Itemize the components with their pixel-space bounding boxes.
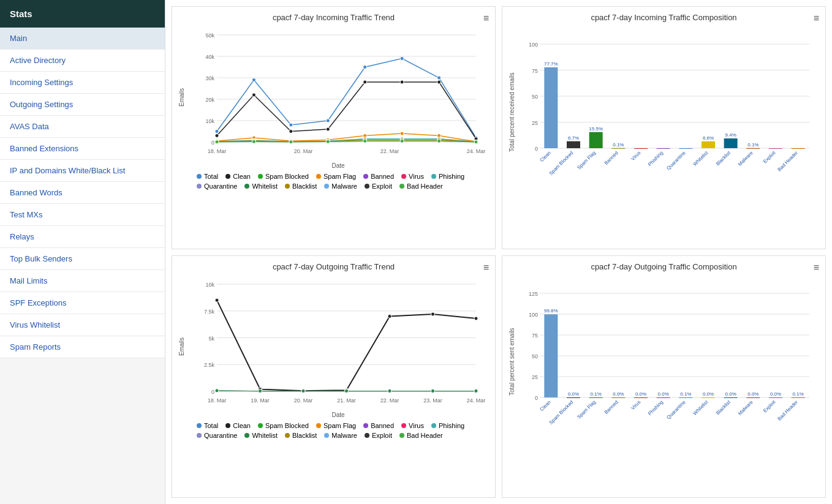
sidebar-item-spam-reports[interactable]: Spam Reports (0, 336, 165, 358)
sidebar-item-incoming-settings[interactable]: Incoming Settings (0, 72, 165, 94)
svg-point-59 (326, 140, 330, 143)
svg-text:50: 50 (532, 353, 538, 359)
svg-text:0.0%: 0.0% (658, 391, 669, 397)
legend-virus: Virus (401, 173, 424, 180)
sidebar-item-spf-exceptions[interactable]: SPF Exceptions (0, 292, 165, 314)
sidebar-item-banned-extensions[interactable]: Banned Extensions (0, 138, 165, 160)
legend-blacklist: Blacklist (285, 182, 317, 190)
svg-point-26 (289, 130, 293, 134)
svg-text:0.0%: 0.0% (725, 391, 736, 397)
svg-text:22. Mar: 22. Mar (380, 148, 399, 154)
outgoing-trend-chart: 02.5k5k7.5k10k18. Mar19. Mar20. Mar21. M… (187, 275, 489, 418)
svg-point-21 (400, 57, 404, 61)
svg-text:77.7%: 77.7% (544, 61, 558, 67)
svg-rect-98 (746, 148, 760, 149)
sidebar-item-main[interactable]: Main (0, 28, 165, 50)
out-legend-spamblocked: Spam Blocked (258, 422, 309, 429)
legend-clean: Clean (225, 173, 251, 180)
svg-rect-95 (724, 138, 738, 148)
svg-text:24. Mar: 24. Mar (467, 397, 486, 404)
svg-point-37 (400, 132, 404, 135)
legend-banned: Banned (363, 173, 394, 180)
svg-rect-74 (544, 67, 558, 148)
incoming-trend-ylabel: Emails (178, 26, 185, 169)
svg-text:7.5k: 7.5k (204, 308, 215, 314)
sidebar-item-banned-words[interactable]: Banned Words (0, 182, 165, 204)
svg-text:50: 50 (532, 94, 538, 100)
svg-text:Whitelist: Whitelist (692, 399, 709, 416)
svg-rect-190 (702, 397, 715, 398)
svg-rect-101 (769, 148, 782, 149)
svg-rect-184 (657, 397, 670, 398)
outgoing-trend-menu[interactable]: ≡ (483, 262, 489, 273)
svg-point-150 (215, 388, 219, 392)
out-legend-exploit: Exploit (365, 432, 392, 439)
out-legend-whitelist: Whitelist (244, 432, 278, 439)
svg-point-28 (363, 80, 367, 84)
incoming-trend-panel: cpacf 7-day Incoming Traffic Trend ≡ Ema… (172, 6, 496, 249)
out-legend-banned: Banned (363, 422, 394, 429)
incoming-composition-menu[interactable]: ≡ (814, 13, 819, 24)
svg-text:Banned: Banned (603, 399, 619, 415)
svg-point-25 (252, 93, 255, 97)
svg-point-126 (388, 314, 391, 318)
svg-rect-88 (657, 148, 670, 149)
sidebar-item-virus-whitelist[interactable]: Virus Whitelist (0, 314, 165, 336)
svg-text:0: 0 (211, 140, 214, 146)
sidebar-item-top-bulk-senders[interactable]: Top Bulk Senders (0, 248, 165, 270)
sidebar-item-active-directory[interactable]: Active Directory (0, 50, 165, 72)
svg-text:2.5k: 2.5k (204, 362, 215, 368)
svg-text:18. Mar: 18. Mar (208, 397, 227, 404)
svg-text:22. Mar: 22. Mar (380, 397, 399, 404)
sidebar-item-relays[interactable]: Relays (0, 226, 165, 248)
sidebar-item-test-mxs[interactable]: Test MXs (0, 204, 165, 226)
svg-text:40k: 40k (205, 54, 214, 60)
svg-text:0.0%: 0.0% (770, 391, 781, 397)
sidebar-title: Stats (0, 0, 165, 28)
svg-text:75: 75 (532, 333, 538, 339)
incoming-trend-menu[interactable]: ≡ (483, 13, 489, 24)
svg-text:21. Mar: 21. Mar (337, 397, 356, 404)
legend-malware: Malware (324, 182, 357, 190)
svg-point-152 (301, 389, 305, 393)
svg-text:125: 125 (529, 291, 538, 297)
outgoing-composition-menu[interactable]: ≡ (814, 262, 819, 273)
svg-text:Virus: Virus (630, 150, 641, 162)
incoming-composition-chart: 025507510077.7%Clean6.7%Spam Blocked15.5… (518, 26, 819, 199)
main-content: cpacf 7-day Incoming Traffic Trend ≡ Ema… (165, 0, 832, 504)
svg-rect-103 (792, 148, 805, 149)
outgoing-composition-chart: 025507510012599.8%Clean0.0%Spam Blocked0… (518, 275, 819, 448)
svg-text:0.0%: 0.0% (747, 391, 758, 397)
svg-rect-86 (634, 148, 648, 149)
svg-rect-80 (589, 132, 603, 148)
svg-text:Blacklist: Blacklist (715, 399, 732, 416)
svg-text:Phishing: Phishing (647, 150, 664, 167)
outgoing-trend-title: cpacf 7-day Outgoing Traffic Trend (178, 262, 489, 271)
sidebar-item-outgoing-settings[interactable]: Outgoing Settings (0, 94, 165, 116)
sidebar-item-mail-limits[interactable]: Mail Limits (0, 270, 165, 292)
svg-text:Spam Blocked: Spam Blocked (548, 399, 575, 426)
legend-spamflag: Spam Flag (316, 173, 356, 180)
outgoing-trend-legend: Total Clean Spam Blocked Spam Flag Banne… (178, 422, 489, 439)
outgoing-composition-ylabel: Total percent sent emails (509, 275, 515, 448)
svg-rect-196 (746, 397, 760, 398)
svg-text:Exploit: Exploit (762, 399, 777, 413)
outgoing-composition-panel: cpacf 7-day Outgoing Traffic Composition… (502, 255, 826, 498)
svg-point-16 (215, 130, 219, 134)
svg-text:Virus: Virus (630, 399, 641, 411)
svg-rect-181 (634, 397, 648, 398)
svg-text:10k: 10k (205, 118, 214, 124)
incoming-trend-chart: 010k20k30k40k50k18. Mar20. Mar22. Mar24.… (187, 26, 489, 169)
svg-text:0: 0 (211, 389, 214, 395)
sidebar-item-avas-data[interactable]: AVAS Data (0, 116, 165, 138)
svg-point-58 (289, 140, 293, 144)
svg-text:15.5%: 15.5% (589, 126, 603, 132)
svg-rect-90 (679, 148, 692, 149)
svg-text:Bad Header: Bad Header (777, 399, 800, 421)
svg-point-56 (215, 140, 219, 144)
out-legend-virus: Virus (401, 422, 424, 429)
svg-text:Malware: Malware (737, 399, 754, 416)
sidebar-item-ip-and-domains-white/black-list[interactable]: IP and Domains White/Black List (0, 160, 165, 182)
legend-badheader: Bad Header (399, 182, 443, 190)
svg-text:Phishing: Phishing (647, 399, 664, 416)
